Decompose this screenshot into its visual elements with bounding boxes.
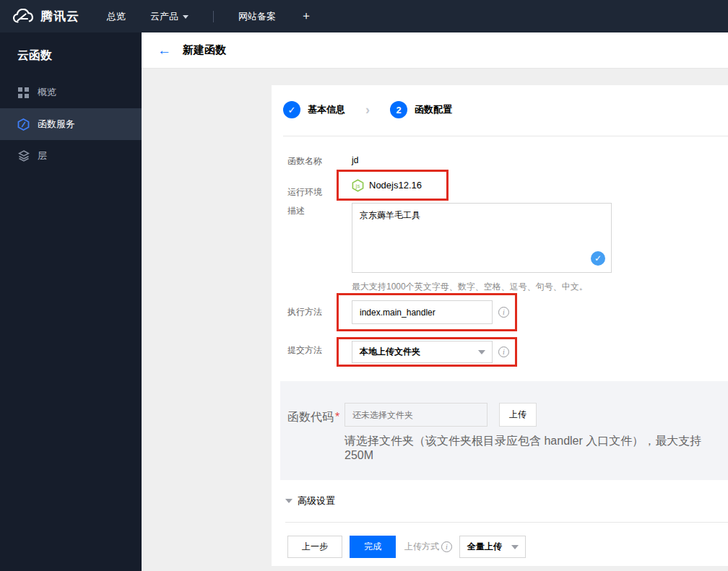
description-label: 描述 — [287, 203, 352, 217]
chevron-down-icon — [183, 15, 188, 19]
svg-text:js: js — [355, 183, 360, 189]
description-hint: 最大支持1000个英文字母、数字、空格、逗号、句号、中文。 — [352, 281, 728, 293]
folder-path-input[interactable] — [344, 403, 488, 427]
upload-mode-value: 全量上传 — [467, 541, 502, 553]
content-area: ✓ 基本信息 › 2 函数配置 函数名称 jd 运行环境 — [142, 69, 728, 571]
upload-button[interactable]: 上传 — [499, 403, 537, 427]
step-indicator: ✓ 基本信息 › 2 函数配置 — [272, 85, 728, 136]
function-name-label: 函数名称 — [287, 153, 352, 167]
upload-mode-info-icon[interactable]: i — [441, 541, 452, 552]
footer-actions: 上一步 完成 上传方式 i 全量上传 — [287, 536, 728, 558]
brand-name: 腾讯云 — [40, 8, 79, 25]
handler-info-icon[interactable]: i — [498, 307, 509, 318]
layers-icon — [17, 150, 30, 162]
nav-add-button[interactable]: ＋ — [300, 9, 312, 24]
previous-step-button[interactable]: 上一步 — [287, 536, 342, 558]
sidebar-item-label: 概览 — [38, 86, 56, 99]
step2-number: 2 — [390, 101, 407, 118]
function-code-label: 函数代码* — [287, 403, 344, 425]
submit-method-select[interactable]: 本地上传文件夹 — [352, 341, 493, 363]
page-title: 新建函数 — [183, 43, 226, 57]
nav-products[interactable]: 云产品 — [150, 10, 188, 23]
nav-products-label: 云产品 — [150, 10, 178, 23]
function-code-section: 函数代码* 上传 请选择文件夹（该文件夹根目录应包含 handler 入口文件）… — [280, 381, 728, 480]
nav-divider — [213, 11, 214, 22]
select-caret-icon — [478, 350, 485, 354]
sidebar-title: 云函数 — [0, 32, 142, 77]
create-function-card: ✓ 基本信息 › 2 函数配置 函数名称 jd 运行环境 — [272, 85, 728, 566]
advanced-settings-label: 高级设置 — [298, 494, 335, 507]
runtime-annotation-box: js Nodejs12.16 — [337, 170, 448, 201]
required-asterisk: * — [335, 411, 339, 423]
step1-check-icon: ✓ — [283, 101, 300, 118]
handler-annotation-box: i — [337, 293, 517, 331]
valid-check-badge-icon: ✓ — [591, 251, 605, 266]
grid-icon — [17, 87, 30, 99]
sidebar: 云函数 概览 函数服务 层 — [0, 32, 142, 571]
function-config-form: 函数名称 jd 运行环境 js Nodejs12.16 — [272, 136, 728, 367]
handler-input[interactable] — [352, 300, 493, 324]
step1-label: 基本信息 — [308, 103, 345, 116]
function-code-hint: 请选择文件夹（该文件夹根目录应包含 handler 入口文件），最大支持250M — [344, 434, 728, 462]
upload-mode-label: 上传方式 i — [404, 541, 452, 553]
sidebar-item-label: 函数服务 — [38, 118, 75, 131]
brand[interactable]: 腾讯云 — [0, 8, 107, 25]
step-separator-chevron-icon: › — [365, 103, 370, 118]
submit-method-info-icon[interactable]: i — [498, 346, 509, 357]
sidebar-item-label: 层 — [38, 149, 47, 162]
nav-overview[interactable]: 总览 — [107, 10, 126, 23]
sidebar-item-layers[interactable]: 层 — [0, 140, 142, 172]
sidebar-item-function-service[interactable]: 函数服务 — [0, 108, 142, 140]
upload-mode-select[interactable]: 全量上传 — [459, 536, 526, 558]
finish-button[interactable]: 完成 — [350, 536, 396, 558]
step2-label: 函数配置 — [415, 103, 452, 116]
description-textarea[interactable]: 京东薅羊毛工具 — [352, 203, 612, 273]
nav-beian[interactable]: 网站备案 — [238, 10, 276, 23]
tencent-cloud-logo — [12, 9, 33, 25]
function-name-value: jd — [352, 153, 358, 165]
page-header: ← 新建函数 — [142, 32, 728, 69]
footer-divider — [285, 522, 728, 523]
runtime-value: Nodejs12.16 — [369, 180, 422, 191]
back-arrow-icon[interactable]: ← — [157, 43, 171, 58]
select-caret-icon — [511, 545, 519, 549]
function-hexagon-icon — [17, 118, 30, 131]
advanced-settings-toggle[interactable]: 高级设置 — [285, 494, 728, 507]
submit-method-value: 本地上传文件夹 — [360, 346, 420, 358]
top-navbar: 腾讯云 总览 云产品 网站备案 ＋ — [0, 0, 728, 32]
nodejs-icon: js — [352, 179, 364, 191]
submit-method-annotation-box: 本地上传文件夹 i — [337, 337, 517, 367]
sidebar-item-overview[interactable]: 概览 — [0, 77, 142, 108]
collapse-caret-icon — [285, 499, 292, 503]
